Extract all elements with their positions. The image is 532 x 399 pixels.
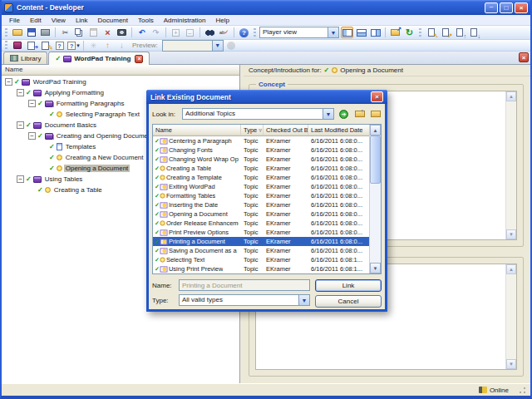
promote-icon[interactable]	[101, 41, 114, 51]
screenshot-icon[interactable]	[116, 27, 128, 38]
toolbar-grip[interactable]	[254, 28, 256, 37]
horizontal-split-icon[interactable]	[355, 27, 367, 38]
document-row[interactable]: Changing Fonts Topic EKramer 6/16/2011 6…	[153, 145, 369, 155]
demote-icon[interactable]	[116, 41, 128, 51]
save-icon[interactable]	[25, 27, 37, 38]
document-row[interactable]: Formatting Tables Topic EKramer 6/16/201…	[153, 191, 369, 200]
dialog-close-button[interactable]	[371, 91, 383, 102]
tab-close-button[interactable]	[135, 55, 143, 63]
collapse-all-icon[interactable]	[184, 27, 196, 38]
name-input[interactable]: Printing a Document	[179, 279, 310, 291]
document-row[interactable]: Using Print Preview Topic EKramer 6/16/2…	[153, 264, 369, 273]
undo-icon[interactable]	[135, 27, 148, 38]
tree-column-header-name[interactable]: Name	[2, 65, 239, 76]
scroll-up-icon[interactable]	[506, 264, 516, 274]
copy-icon[interactable]	[73, 27, 86, 38]
document-row[interactable]: Printing a Document Topic EKramer 6/16/2…	[153, 237, 369, 246]
column-header-name[interactable]: Name	[153, 125, 241, 135]
document-row[interactable]: Creating a Template Topic EKramer 6/16/2…	[153, 173, 369, 182]
print-icon[interactable]	[39, 27, 52, 38]
menu-item[interactable]: Document	[94, 16, 132, 25]
move-up-icon[interactable]	[453, 27, 466, 38]
go-button[interactable]	[337, 109, 350, 120]
close-pane-button[interactable]	[519, 52, 529, 62]
player-view-select[interactable]: Player view	[259, 27, 339, 38]
toolbar-grip[interactable]	[5, 41, 7, 50]
tree-expander-icon[interactable]	[17, 121, 24, 129]
tree-expander-icon[interactable]	[5, 78, 12, 86]
tree-expander-icon[interactable]	[28, 100, 36, 107]
refresh-icon[interactable]	[403, 27, 416, 38]
column-header-checked-out-by[interactable]: Checked Out By	[264, 125, 308, 135]
toolbar-grip[interactable]	[419, 28, 421, 37]
up-one-level-button[interactable]	[353, 109, 366, 120]
menu-item[interactable]: Edit	[26, 16, 46, 25]
minimize-button[interactable]	[485, 2, 498, 13]
open-folder-button[interactable]	[369, 109, 382, 120]
list-scrollbar[interactable]	[369, 125, 381, 273]
help-topic-menu-icon[interactable]	[67, 41, 80, 51]
document-row[interactable]: Opening a Document Topic EKramer 6/16/20…	[153, 209, 369, 219]
menu-item[interactable]: View	[47, 16, 70, 25]
document-row[interactable]: Centering a Paragraph Topic EKramer 6/16…	[153, 136, 369, 145]
document-row[interactable]: Print Preview Options Topic EKramer 6/16…	[153, 228, 369, 237]
document-row[interactable]: Inserting the Date Topic EKramer 6/16/20…	[153, 200, 369, 209]
column-header-last-modified[interactable]: Last Modified Date	[308, 125, 369, 135]
tab-wordpad-training[interactable]: WordPad Training	[48, 52, 150, 65]
menu-item[interactable]: Administration	[160, 16, 210, 25]
menu-item[interactable]: Link	[71, 16, 92, 25]
send-document-icon[interactable]	[25, 41, 37, 51]
scroll-down-icon[interactable]	[370, 263, 381, 273]
toolbar-grip[interactable]	[5, 28, 7, 37]
document-row[interactable]: Selecting Text Topic EKramer 6/16/2011 6…	[153, 255, 369, 264]
column-header-type[interactable]: Type	[241, 125, 264, 135]
paste-icon[interactable]	[87, 27, 100, 38]
document-row[interactable]: Creating a Table Topic EKramer 6/16/2011…	[153, 164, 369, 173]
scroll-down-icon[interactable]	[506, 229, 516, 239]
close-button[interactable]	[515, 2, 528, 13]
scrollbar-thumb[interactable]	[370, 135, 381, 184]
go-preview-icon[interactable]	[225, 41, 238, 51]
menu-item[interactable]: Help	[211, 16, 233, 25]
tree-expander-icon[interactable]	[28, 132, 36, 140]
tree-expander-icon[interactable]	[17, 89, 24, 96]
delete-icon[interactable]	[101, 27, 114, 38]
resize-grip[interactable]	[517, 385, 527, 395]
scroll-up-icon[interactable]	[506, 91, 516, 101]
open-icon[interactable]	[11, 27, 23, 38]
help-topic-icon[interactable]	[53, 41, 66, 51]
help-icon[interactable]	[238, 27, 250, 38]
edit-document-icon[interactable]	[39, 41, 52, 51]
expand-all-icon[interactable]	[170, 27, 182, 38]
editor-scrollbar[interactable]	[505, 91, 516, 239]
find-icon[interactable]	[204, 27, 216, 38]
editor-scrollbar[interactable]	[505, 264, 516, 369]
document-row[interactable]: Changing Word Wrap Options Topic EKramer…	[153, 155, 369, 164]
format-icon[interactable]	[87, 41, 100, 51]
tree-item[interactable]: WordPad Training	[2, 76, 239, 87]
menu-item[interactable]: Tools	[134, 16, 158, 25]
cut-icon[interactable]	[59, 27, 71, 38]
spell-check-icon[interactable]	[218, 27, 230, 38]
link-button[interactable]: Link	[315, 279, 382, 292]
vertical-split-icon[interactable]	[369, 27, 382, 38]
link-topic-icon[interactable]	[425, 27, 437, 38]
maximize-button[interactable]	[500, 2, 513, 13]
unlink-topic-icon[interactable]	[439, 27, 451, 38]
menu-item[interactable]: File	[5, 16, 24, 25]
redo-icon[interactable]	[150, 27, 162, 38]
document-row[interactable]: Order Release Enhancements Topic EKramer…	[153, 219, 369, 228]
content-book-icon[interactable]	[11, 41, 23, 51]
scroll-up-icon[interactable]	[370, 125, 381, 135]
look-in-select[interactable]: Additional Topics	[182, 108, 334, 120]
tab-library[interactable]: Library	[3, 52, 47, 64]
preview-select[interactable]	[162, 40, 224, 52]
tree-expander-icon[interactable]	[17, 175, 24, 183]
type-select[interactable]: All valid types	[179, 294, 310, 306]
cancel-button[interactable]: Cancel	[315, 295, 382, 308]
document-row[interactable]: Saving a Document as a Ne... Topic EKram…	[153, 246, 369, 255]
document-row[interactable]: Exiting WordPad Topic EKramer 6/16/2011 …	[153, 182, 369, 191]
scroll-down-icon[interactable]	[506, 359, 516, 369]
move-down-icon[interactable]	[467, 27, 480, 38]
player-view-layout-icon[interactable]	[341, 27, 353, 38]
